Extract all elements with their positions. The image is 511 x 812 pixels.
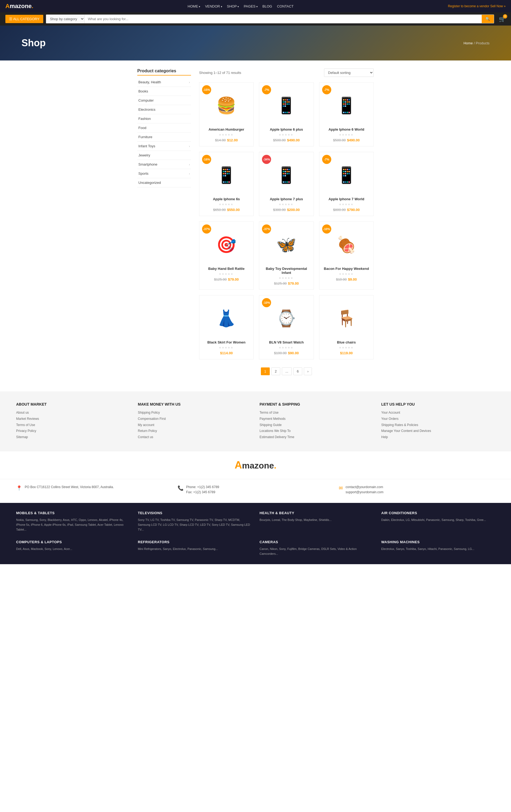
sort-select[interactable]: Default sorting Sort by popularity Sort … [324, 68, 374, 77]
contact-item: 📞 Phone: +1(2) 345 6789Fax: +1(2) 345 67… [178, 485, 334, 495]
product-title: Apple Iphone 6s [203, 197, 249, 201]
footer-link[interactable]: Shipping Rates & Policies [381, 423, 418, 427]
footer-col-heading: PAYMENT & SHIPPING [260, 402, 373, 406]
hero-title: Shop [22, 37, 46, 49]
footer-link[interactable]: Your Account [381, 411, 400, 414]
footer-cat-col: CAMERASCanon, Nikon, Sony, Fujifilm, Bri… [260, 540, 373, 556]
footer-link[interactable]: Manage Your Content and Devices [381, 429, 431, 433]
footer-col-heading: LET US HELP YOU [381, 402, 495, 406]
category-item-beauty: Beauty, Health› [137, 78, 191, 87]
product-card[interactable]: -15% 🍔 American Humburger ★★★★★ $14.00$1… [199, 82, 253, 146]
product-card[interactable]: -7% 📱 Apple Iphone 6 plus ★★★★★ $500.00$… [259, 82, 313, 146]
footer-link[interactable]: Payment Methods [260, 417, 285, 420]
footer-link[interactable]: About us [16, 411, 29, 414]
brand-logo[interactable]: Amazone. [5, 3, 33, 10]
footer-col-heading: MAKE MONEY WITH US [138, 402, 251, 406]
discount-badge: -16% [202, 155, 211, 164]
footer-cat-heading: HEALTH & BEAUTY [260, 511, 373, 515]
nav-links: HOME VENDOR SHOP PAGES BLOG CONTACT [187, 4, 293, 8]
footer-link[interactable]: Estimated Delivery Time [260, 435, 294, 439]
category-link-food[interactable]: Food [137, 123, 191, 132]
discount-badge: -7% [322, 85, 331, 94]
category-link-smartphone[interactable]: Smartphone› [137, 160, 191, 169]
results-count: Showing 1–12 of 71 results [199, 71, 241, 75]
vendor-cta: Register to become a vendor Sell Now » [448, 4, 506, 8]
product-card[interactable]: 🪑 Blue chairs ★★★★★ $119.00 [319, 295, 374, 359]
category-link-jewelry[interactable]: Jewelry [137, 151, 191, 160]
category-item-infant-toys: Infant Toys› [137, 142, 191, 151]
footer-link[interactable]: Terms of Use [260, 411, 279, 414]
category-link-furniture[interactable]: Furniture [137, 133, 191, 141]
nav-home[interactable]: HOME [187, 4, 200, 8]
price-old: $500.00 [273, 138, 285, 142]
search-button[interactable]: 🔍 [482, 15, 494, 23]
footer-link[interactable]: Help [381, 435, 388, 439]
footer-link-item: Terms of Use [260, 410, 373, 416]
page-next-button[interactable]: › [304, 368, 312, 375]
category-link-uncategorized[interactable]: Uncategorized [137, 178, 191, 187]
breadcrumb-home[interactable]: Home [463, 41, 473, 45]
footer-cat-text: Sony TV, LG TV, Toshiba TV, Samsung TV, … [138, 518, 251, 532]
category-list: Beauty, Health› Books Computer Electroni… [137, 78, 191, 187]
product-card[interactable]: -7% 📱 Apple Iphone 6 World ★★★★★ $500.00… [319, 82, 374, 146]
product-card[interactable]: -10% 🍖 Bacon For Happy Weekend ★★★★★ $10… [319, 222, 374, 290]
footer-link[interactable]: Your Orders [381, 417, 398, 420]
footer-link-item: Terms of Use [16, 422, 130, 428]
price-old: $500.00 [333, 138, 346, 142]
product-title: Apple Iphone 7 World [324, 197, 369, 201]
footer-link-item: Manage Your Content and Devices [381, 428, 495, 434]
product-title: Apple Iphone 6 plus [263, 127, 309, 132]
product-card[interactable]: -34% 📱 Apple Iphone 7 plus ★★★★★ $300.00… [259, 152, 313, 216]
footer-link[interactable]: Market Reviews [16, 417, 39, 420]
page-6-button[interactable]: 6 [293, 368, 302, 375]
footer-link[interactable]: Return Policy [138, 429, 157, 433]
discount-badge: -10% [322, 225, 331, 234]
price-new: $550.00 [227, 208, 240, 212]
category-link-electronics[interactable]: Electronics [137, 105, 191, 114]
category-item-jewelry: Jewelry [137, 151, 191, 160]
product-card[interactable]: 👗 Black Skirt For Women ★★★★★ $114.00 [199, 295, 253, 359]
nav-pages[interactable]: PAGES [244, 4, 258, 8]
footer-link[interactable]: Compensation First [138, 417, 166, 420]
discount-badge: -15% [202, 85, 211, 94]
category-link-sports[interactable]: Sports› [137, 169, 191, 178]
product-stars: ★★★★★ [263, 203, 309, 206]
cart-icon-wrapper[interactable]: 🛒 0 [499, 16, 506, 22]
category-select[interactable]: Shop by category [46, 15, 85, 23]
footer-link[interactable]: Sitemap [16, 435, 28, 439]
footer-link[interactable]: Locations We Ship To [260, 429, 291, 433]
footer-link[interactable]: Contact us [138, 435, 153, 439]
product-stars: ★★★★★ [324, 272, 369, 276]
product-card[interactable]: -37% 🦋 Baby Toy Developmental Infant ★★★… [259, 222, 313, 290]
category-link-computer[interactable]: Computer [137, 96, 191, 105]
footer-link[interactable]: Privacy Policy [16, 429, 36, 433]
page-2-button[interactable]: 2 [271, 368, 280, 375]
category-link-books[interactable]: Books [137, 87, 191, 96]
category-link-fashion[interactable]: Fashion [137, 114, 191, 123]
product-card[interactable]: -16% 📱 Apple Iphone 6s ★★★★★ $650.00$550… [199, 152, 253, 216]
category-link-infant-toys[interactable]: Infant Toys› [137, 142, 191, 150]
all-category-button[interactable]: ☰ ALL CATEGORY [5, 15, 43, 23]
product-card[interactable]: -37% 🎯 Baby Hand Bell Rattle ★★★★★ $125.… [199, 222, 253, 290]
product-card[interactable]: -10% ⌚ BLN V8 Smart Watch ★★★★★ $100.00$… [259, 295, 313, 359]
price-old: $100.00 [274, 351, 287, 355]
footer-link[interactable]: Shipping Guide [260, 423, 281, 427]
footer-link[interactable]: My account [138, 423, 154, 427]
product-price: $10.00$9.00 [324, 278, 369, 282]
nav-blog[interactable]: BLOG [263, 4, 272, 8]
products-header: Showing 1–12 of 71 results Default sorti… [199, 68, 374, 77]
category-link-beauty[interactable]: Beauty, Health› [137, 78, 191, 87]
search-input[interactable] [85, 15, 482, 23]
footer-link-item: Shipping Policy [138, 410, 251, 416]
footer-link[interactable]: Shipping Policy [138, 411, 160, 414]
nav-vendor[interactable]: VENDOR [205, 4, 222, 8]
footer-link[interactable]: Terms of Use [16, 423, 35, 427]
main-content: Product categories Beauty, Health› Books… [132, 68, 379, 383]
footer-link-list: About usMarket ReviewsTerms of UsePrivac… [16, 410, 130, 440]
product-card[interactable]: -7% 📱 Apple Iphone 7 World ★★★★★ $800.00… [319, 152, 374, 216]
nav-shop[interactable]: SHOP [227, 4, 239, 8]
footer-cat-col: AIR CONDITIONERSDaikin, Electrolux, LG, … [381, 511, 495, 532]
page-1-button[interactable]: 1 [261, 368, 270, 375]
footer-cat-col: COMPUTERS & LAPTOPSDell, Asus, Macbook, … [16, 540, 130, 556]
nav-contact[interactable]: CONTACT [277, 4, 294, 8]
